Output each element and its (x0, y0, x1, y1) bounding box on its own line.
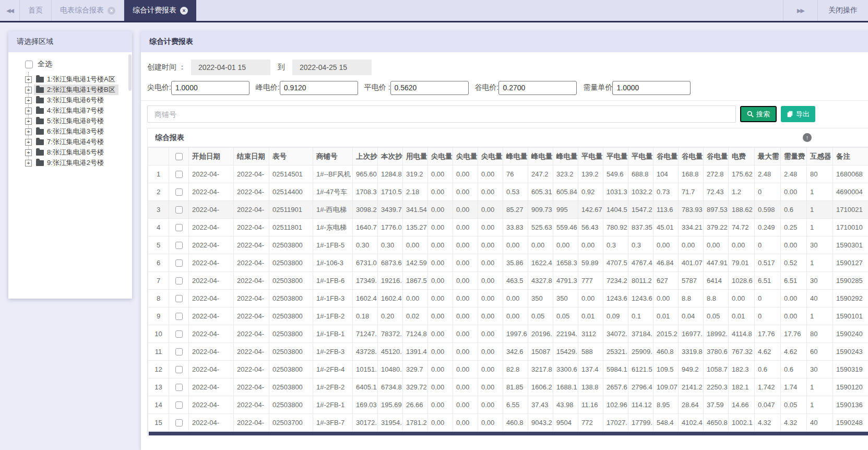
shop-number-input[interactable] (147, 105, 736, 123)
peak-price-input[interactable] (280, 81, 358, 95)
table-cell: 777 (578, 272, 603, 290)
tree-item[interactable]: +7:张江集电港4号楼 (16, 137, 132, 147)
expand-plus-icon[interactable]: + (25, 128, 32, 135)
table-cell: 45.01 (653, 219, 679, 236)
close-tab-icon[interactable]: × (108, 7, 115, 15)
tree-item[interactable]: +1:张江集电港1号楼A区 (16, 74, 132, 85)
expand-plus-icon[interactable]: + (25, 139, 32, 146)
table-cell: 139.2 (578, 165, 603, 183)
tree-item[interactable]: +9:张江集电港2号楼 (16, 158, 132, 168)
table-cell: 1547.2 (628, 201, 653, 219)
table-cell: 272.8 (704, 165, 729, 183)
table-cell: 1058.7 (704, 361, 729, 378)
tabs-scroll-right-button[interactable]: ▶▶ (783, 0, 817, 21)
row-checkbox[interactable] (175, 366, 183, 373)
table-cell: 109.5 (653, 361, 679, 378)
close-tab-icon[interactable]: × (180, 7, 188, 15)
table-cell: 525.63 (528, 219, 553, 236)
expand-plus-icon[interactable]: + (25, 108, 32, 114)
table-cell: 0.00 (428, 201, 453, 219)
tab-meter-report[interactable]: 电表综合报表 × (52, 0, 124, 21)
table-cell: 0.00 (428, 183, 453, 201)
expand-plus-icon[interactable]: + (25, 118, 32, 125)
row-checkbox[interactable] (175, 188, 183, 196)
horizontal-scrollbar[interactable] (148, 432, 868, 435)
row-checkbox[interactable] (175, 259, 183, 267)
tree-item[interactable]: +8:张江集电港5号楼 (16, 147, 132, 158)
table-cell: 3112 (578, 325, 603, 343)
table-cell: 329.7 (403, 361, 428, 378)
table-cell: 2022-04- (189, 325, 234, 343)
table-cell: 0.00 (729, 236, 755, 254)
row-checkbox[interactable] (175, 330, 183, 338)
column-header: 峰电量 (503, 148, 528, 165)
tree-item[interactable]: +3:张江集电港6号楼 (16, 95, 132, 105)
row-checkbox[interactable] (175, 419, 183, 427)
demand-price-input[interactable] (612, 81, 691, 95)
column-header: 平电量 (628, 148, 653, 165)
table-cell: 188.62 (729, 201, 755, 219)
table-cell: 0.00 (553, 236, 578, 254)
tab-billing-report[interactable]: 综合计费报表 × (124, 0, 196, 21)
row-checkbox[interactable] (175, 242, 183, 249)
horizontal-scrollbar-thumb[interactable] (149, 432, 868, 435)
valley-price-input[interactable] (498, 81, 577, 95)
row-checkbox[interactable] (175, 401, 183, 409)
table-cell: 3439.7 (378, 201, 403, 219)
row-checkbox[interactable] (175, 313, 183, 320)
row-checkbox[interactable] (175, 348, 183, 356)
table-cell: 25321. (603, 343, 628, 361)
table-cell: 767.32 (729, 343, 755, 361)
table-cell: 3300.6 (553, 361, 578, 378)
column-header: 尖电量 (428, 148, 453, 165)
table-cell: 72.43 (704, 183, 729, 201)
table-cell: 0.05 (528, 307, 553, 325)
table-cell: 780.92 (603, 219, 628, 236)
collapse-panel-icon[interactable]: ↑ (803, 133, 812, 142)
row-checkbox[interactable] (175, 277, 183, 285)
date-to-input[interactable] (292, 60, 372, 75)
expand-plus-icon[interactable]: + (25, 87, 32, 93)
row-checkbox[interactable] (175, 295, 183, 302)
table-cell: 0.00 (578, 290, 603, 307)
table-cell: 1#-106-3 (313, 254, 353, 272)
export-button[interactable]: 导出 (781, 106, 815, 122)
expand-plus-icon[interactable]: + (25, 76, 32, 83)
close-operations-button[interactable]: 关闭操作 (817, 0, 868, 21)
row-checkbox[interactable] (175, 206, 183, 214)
flat-price-input[interactable] (390, 81, 469, 95)
tree-item[interactable]: +5:张江集电港8号楼 (16, 116, 132, 126)
select-all-checkbox[interactable] (25, 61, 33, 68)
expand-plus-icon[interactable]: + (25, 160, 32, 167)
row-checkbox[interactable] (175, 384, 183, 391)
table-cell: 40 (807, 414, 833, 432)
row-checkbox[interactable] (175, 224, 183, 231)
tab-home[interactable]: 首页 (20, 0, 52, 21)
table-cell: 6873.6 (378, 254, 403, 272)
table-cell: 16977. (679, 325, 704, 343)
table-cell: 0.3 (628, 236, 653, 254)
tree-item[interactable]: +6:张江集电港3号楼 (16, 126, 132, 137)
sidebar-scrollbar-thumb[interactable] (128, 54, 132, 91)
table-cell: 1#-47号车 (313, 183, 353, 201)
select-all-row[interactable]: 全选 (25, 60, 132, 69)
search-button[interactable]: 搜索 (740, 106, 777, 122)
tree-item[interactable]: +4:张江集电港7号楼 (16, 105, 132, 116)
table-cell: 02503800 (269, 378, 313, 396)
table-cell: 71247. (353, 325, 378, 343)
tabs-scroll-left-button[interactable]: ◀◀ (0, 0, 20, 21)
table-cell: 25909. (628, 343, 653, 361)
date-from-input[interactable] (191, 60, 270, 75)
select-all-rows-checkbox[interactable] (175, 153, 183, 160)
table-cell: 1.2 (729, 183, 755, 201)
row-checkbox[interactable] (175, 171, 183, 178)
expand-plus-icon[interactable]: + (25, 149, 32, 156)
table-cell: 4690004 (833, 183, 868, 201)
table-cell: 6.51 (781, 272, 807, 290)
expand-plus-icon[interactable]: + (25, 97, 32, 104)
table-cell: 0.00 (428, 272, 453, 290)
table-cell: 688.8 (628, 165, 653, 183)
row-number: 15 (148, 414, 169, 432)
sharp-price-input[interactable] (171, 81, 249, 95)
tree-item[interactable]: +2:张江集电港1号楼B区 (16, 85, 132, 95)
